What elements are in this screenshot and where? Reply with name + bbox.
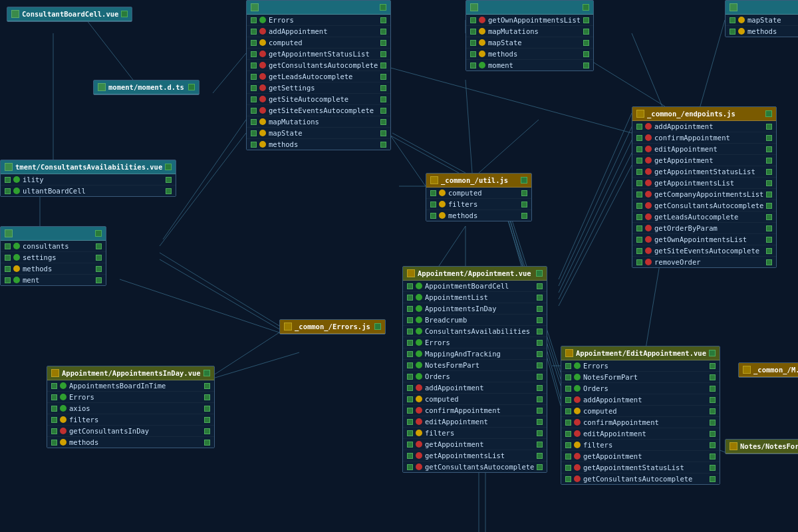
row-label: NotesFormPart	[583, 373, 638, 381]
node-header-icon	[407, 269, 415, 277]
row-right-connector	[96, 266, 102, 272]
row-type-icon	[439, 201, 446, 207]
node-title: Appointment/EditAppointment.vue	[576, 349, 706, 357]
row-type-icon	[479, 39, 485, 46]
row-label: AppointmentsBoardInTime	[69, 382, 166, 390]
row-left-connector	[565, 420, 571, 426]
node-commonM[interactable]: _common_/M...	[738, 362, 798, 378]
node-commonUtil[interactable]: _common_/util.jscomputedfiltersmethods	[426, 173, 532, 221]
node-commonEndpoints[interactable]: _common_/endpoints.jsaddAppointmentconfi…	[632, 106, 777, 268]
node-row: AppointmentsBoardInTime	[47, 380, 214, 392]
row-right-connector	[583, 17, 589, 23]
node-row: Errors	[403, 337, 547, 348]
node-row: getAppointmentStatusList	[561, 462, 720, 473]
row-right-connector	[537, 317, 543, 323]
row-label: filters	[425, 429, 454, 437]
row-right-connector	[710, 442, 716, 448]
node-row: getConsultantsAutocomplete	[247, 60, 390, 71]
row-type-icon	[479, 62, 485, 68]
node-row: filters	[403, 428, 547, 439]
node-connector-right	[188, 84, 195, 90]
node-row: ultantBoardCell	[1, 186, 176, 196]
row-right-connector	[766, 192, 772, 198]
row-left-connector	[251, 63, 257, 68]
row-type-icon	[439, 212, 446, 219]
row-label: ultantBoardCell	[23, 187, 86, 195]
row-right-connector	[766, 225, 772, 231]
row-type-icon	[738, 28, 745, 35]
node-row: mapMutations	[466, 26, 593, 37]
node-consultantBoardCell[interactable]: ConsultantBoardCell.vue	[7, 7, 132, 22]
row-label: getAppointmentStatusList	[654, 168, 755, 176]
node-leftMiddle[interactable]: consultantssettingsmethodsment	[0, 226, 106, 286]
row-right-connector	[380, 17, 386, 23]
node-title: ConsultantBoardCell.vue	[22, 10, 118, 18]
node-notesFormPart[interactable]: Notes/NotesFormPart.vue	[725, 439, 798, 454]
node-body-topRight2: mapStatemethods	[726, 15, 798, 37]
node-header-icon	[430, 176, 438, 184]
node-body-editAppointment: ErrorsNotesFormPartOrdersaddAppointmentc…	[561, 360, 720, 484]
row-left-connector	[470, 40, 476, 46]
row-label: settings	[23, 253, 57, 261]
row-left-connector	[470, 51, 476, 57]
row-type-icon	[416, 294, 422, 301]
row-right-connector	[537, 464, 543, 470]
node-header-icon	[565, 349, 573, 357]
node-row: AppointmentList	[403, 292, 547, 303]
node-body-appointmentVue: AppointmentBoardCellAppointmentListAppoi…	[403, 281, 547, 472]
node-row: AppointmentBoardCell	[403, 281, 547, 292]
node-header-consultantsAvailabilities: tment/ConsultantsAvailabilities.vue	[1, 160, 176, 174]
row-type-icon	[574, 475, 581, 482]
node-momentTs[interactable]: moment/moment.d.ts	[93, 80, 200, 95]
row-left-connector	[51, 440, 57, 446]
row-right-connector	[380, 29, 386, 35]
row-label: confirmAppointment	[583, 418, 659, 426]
node-row: mapState	[247, 128, 390, 139]
row-right-connector	[766, 158, 772, 164]
row-label: getConsultantsInDay	[69, 427, 149, 435]
node-header-icon	[98, 83, 106, 91]
row-right-connector	[766, 259, 772, 265]
row-left-connector	[407, 295, 413, 301]
node-editAppointment[interactable]: Appointment/EditAppointment.vueErrorsNot…	[561, 346, 720, 485]
node-header-appointmentVue: Appointment/Appointment.vue	[403, 267, 547, 281]
row-type-icon	[259, 17, 266, 23]
node-appointmentInDay[interactable]: Appointment/AppointmentsInDay.vueAppoint…	[47, 366, 215, 448]
node-row: moment	[466, 60, 593, 70]
node-body-topRight1: getOwnAppointmentsListmapMutationsmapSta…	[466, 15, 593, 70]
node-row: mapMutations	[247, 116, 390, 128]
row-label: getOwnAppointmentsList	[488, 16, 581, 24]
svg-line-11	[439, 226, 466, 266]
node-row: editAppointment	[632, 144, 776, 155]
node-appointmentVue[interactable]: Appointment/Appointment.vueAppointmentBo…	[402, 266, 547, 473]
row-left-connector	[251, 142, 257, 148]
row-label: consultants	[23, 242, 69, 250]
row-type-icon	[645, 225, 652, 231]
row-type-icon	[416, 317, 422, 323]
node-connector-right	[374, 323, 381, 330]
node-connector-right	[709, 350, 716, 356]
node-consultantsAvailabilities[interactable]: tment/ConsultantsAvailabilities.vueility…	[0, 160, 176, 197]
row-left-connector	[251, 108, 257, 114]
row-type-icon	[60, 428, 66, 434]
node-topRight1[interactable]: getOwnAppointmentsListmapMutationsmapSta…	[466, 0, 594, 71]
row-label: getLeadsAutocomplete	[654, 213, 738, 221]
node-row: getConsultantsInDay	[47, 426, 214, 437]
node-title: _common_/Errors.js	[295, 323, 370, 331]
node-commonErrors[interactable]: _common_/Errors.js	[279, 319, 386, 334]
row-right-connector	[521, 190, 527, 196]
node-body-commonEndpoints: addAppointmentconfirmAppointmenteditAppo…	[632, 121, 776, 267]
row-left-connector	[636, 146, 642, 152]
node-bigNode[interactable]: ErrorsaddAppointmentcomputedgetAppointme…	[246, 0, 391, 150]
row-type-icon	[574, 408, 581, 414]
row-right-connector	[710, 465, 716, 471]
node-header-commonUtil: _common_/util.js	[426, 174, 531, 188]
row-left-connector	[251, 40, 257, 46]
row-label: editAppointment	[583, 430, 646, 438]
row-type-icon	[416, 418, 422, 425]
row-type-icon	[439, 190, 446, 196]
row-label: getSiteAutocomplete	[269, 95, 348, 103]
row-label: editAppointment	[654, 145, 718, 153]
node-topRight2[interactable]: mapStatemethods	[725, 0, 798, 37]
row-type-icon	[645, 134, 652, 141]
